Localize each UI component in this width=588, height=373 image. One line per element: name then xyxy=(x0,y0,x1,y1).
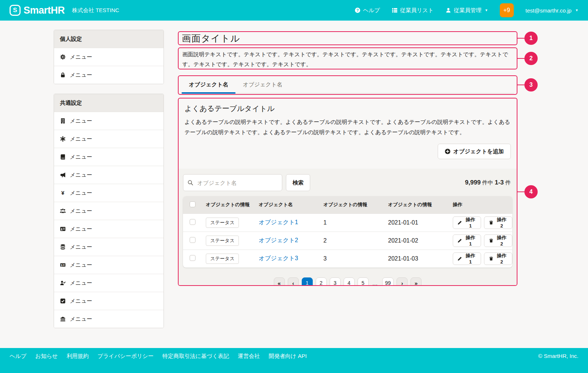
action-edit-button[interactable]: 操作1 xyxy=(453,216,481,229)
sidebar-item-label: メニュー xyxy=(70,154,92,161)
footer-links: ヘルプお知らせ利用規約プライバシーポリシー特定商取引法に基づく表記運営会社開発者… xyxy=(10,353,307,360)
row-checkbox[interactable] xyxy=(190,237,196,243)
sidebar-item-menu[interactable]: メニュー xyxy=(54,66,164,84)
sidebar-section-title: 個人設定 xyxy=(54,30,164,48)
row-checkbox[interactable] xyxy=(190,219,196,225)
pagination-ellipsis: … xyxy=(372,280,379,286)
sidebar-item-label: メニュー xyxy=(70,280,92,287)
sidebar-item-menu[interactable]: $メニュー xyxy=(54,256,164,274)
help-icon: ? xyxy=(355,7,361,13)
object-link[interactable]: オブジェクト2 xyxy=(259,237,298,243)
object-table: オブジェクトの情報オブジェクト名オブジェクトの情報オブジェクトの情報操作 ステー… xyxy=(183,196,512,268)
sidebar-item-label: メニュー xyxy=(70,208,92,215)
add-object-button-label: オブジェクトを追加 xyxy=(453,148,504,155)
footer-link[interactable]: 開発者向け API xyxy=(269,353,307,360)
pagination: «‹12345…99›» xyxy=(183,277,512,286)
pagination-nav-prev-button[interactable]: ‹ xyxy=(288,277,299,286)
add-object-button[interactable]: オブジェクトを追加 xyxy=(438,144,511,159)
pagination-page-3[interactable]: 3 xyxy=(330,277,341,286)
sidebar-item-label: メニュー xyxy=(70,172,92,179)
megaphone-icon xyxy=(60,172,66,178)
smarthr-logo[interactable]: S SmartHR xyxy=(10,5,65,16)
footer-link[interactable]: プライバシーポリシー xyxy=(97,353,154,360)
header-left: S SmartHR 株式会社 TESTINC xyxy=(10,5,119,16)
sidebar-item-menu[interactable]: メニュー xyxy=(54,48,164,66)
sidebar-item-label: メニュー xyxy=(70,262,92,269)
tab-object-2[interactable]: オブジェクト名 xyxy=(236,81,290,93)
object-link[interactable]: オブジェクト3 xyxy=(259,255,298,261)
footer-link[interactable]: 利用規約 xyxy=(67,353,89,360)
pagination-page-1[interactable]: 1 xyxy=(302,277,313,286)
result-count: 9,999 件中 1-3 件 xyxy=(465,179,512,186)
search-button[interactable]: 検索 xyxy=(286,174,310,191)
footer-link[interactable]: 運営会社 xyxy=(238,353,260,360)
sidebar-item-menu[interactable]: メニュー xyxy=(54,112,164,130)
action-edit-button[interactable]: 操作1 xyxy=(453,234,481,247)
sidebar-item-menu[interactable]: メニュー xyxy=(54,274,164,292)
search-input[interactable] xyxy=(183,174,282,191)
sidebar-item-menu[interactable]: メニュー xyxy=(54,238,164,256)
annotation-connector xyxy=(517,58,525,59)
page-title-block: 画面タイトル xyxy=(178,31,517,45)
sidebar-item-menu[interactable]: メニュー xyxy=(54,202,164,220)
user-check-icon xyxy=(60,280,66,286)
pagination-page-2[interactable]: 2 xyxy=(316,277,327,286)
sidebar-item-label: メニュー xyxy=(70,136,92,143)
action-delete-button-label: 操作2 xyxy=(496,234,508,247)
account-email: test@smarthr.co.jp xyxy=(526,7,571,14)
nav-help[interactable]: ?ヘルプ xyxy=(355,7,380,14)
pagination-nav-first-button[interactable]: « xyxy=(274,277,285,286)
footer-link[interactable]: お知らせ xyxy=(35,353,58,360)
footer-link[interactable]: ヘルプ xyxy=(10,353,26,360)
book-icon xyxy=(60,154,66,160)
sidebar-section-title: 共通設定 xyxy=(54,94,164,112)
search-row: 検索 9,999 件中 1-3 件 xyxy=(183,174,512,191)
sidebar-item-menu[interactable]: メニュー xyxy=(54,130,164,148)
trash-icon xyxy=(489,256,494,261)
footer-link[interactable]: 特定商取引法に基づく表記 xyxy=(162,353,229,360)
column-header: オブジェクト名 xyxy=(255,196,320,214)
action-edit-button[interactable]: 操作1 xyxy=(453,252,481,265)
sidebar-item-menu[interactable]: メニュー xyxy=(54,310,164,328)
status-badge: ステータス xyxy=(206,218,239,228)
pagination-nav-next-button[interactable]: › xyxy=(397,277,408,286)
action-delete-button[interactable]: 操作2 xyxy=(484,216,512,229)
gear-icon xyxy=(60,54,66,60)
table-description: よくあるテーブルの説明テキストです。よくあるテーブルの説明テキストです。よくある… xyxy=(184,117,511,137)
svg-text:$: $ xyxy=(61,264,62,267)
lock-icon xyxy=(60,72,66,78)
sidebar-item-menu[interactable]: メニュー xyxy=(54,292,164,310)
notification-badge[interactable]: +9 xyxy=(500,3,514,17)
page-description-block: 画面説明テキストです。テキストです。テキストです。テキストです。テキストです。テ… xyxy=(178,47,517,69)
search-icon xyxy=(187,180,193,186)
sidebar-item-menu[interactable]: メニュー xyxy=(54,148,164,166)
row-checkbox[interactable] xyxy=(190,255,196,261)
account-menu[interactable]: test@smarthr.co.jp ▼ xyxy=(526,7,578,14)
nav-employee-list[interactable]: 従業員リスト xyxy=(392,7,434,14)
column-header: 操作 xyxy=(449,196,512,214)
sidebar-item-menu[interactable]: メニュー xyxy=(54,220,164,238)
sidebar-item-menu[interactable]: ¥メニュー xyxy=(54,184,164,202)
svg-text:?: ? xyxy=(356,8,359,12)
action-edit-button-label: 操作1 xyxy=(465,252,476,265)
sidebar-item-label: メニュー xyxy=(70,316,92,323)
smarthr-logo-icon: S xyxy=(10,5,21,16)
pagination-page-5[interactable]: 5 xyxy=(358,277,369,286)
count-unit-end: 件 xyxy=(505,179,511,186)
smarthr-app-page: S SmartHR 株式会社 TESTINC ?ヘルプ従業員リスト従業員管理▼ … xyxy=(0,0,588,373)
nav-employee-admin[interactable]: 従業員管理▼ xyxy=(445,7,488,14)
action-delete-button-label: 操作2 xyxy=(496,252,508,265)
tab-object-1[interactable]: オブジェクト名 xyxy=(182,81,236,93)
tab-bar: オブジェクト名オブジェクト名 xyxy=(182,81,514,94)
action-delete-button[interactable]: 操作2 xyxy=(484,234,512,247)
pagination-page-99[interactable]: 99 xyxy=(382,277,394,286)
chevron-down-icon: ▼ xyxy=(575,8,578,12)
select-all-checkbox[interactable] xyxy=(190,201,196,207)
column-header: オブジェクトの情報 xyxy=(320,196,384,214)
annotation-marker-4: 4 xyxy=(524,185,538,198)
object-link[interactable]: オブジェクト1 xyxy=(259,219,298,225)
sidebar-item-menu[interactable]: メニュー xyxy=(54,166,164,184)
pagination-page-4[interactable]: 4 xyxy=(344,277,355,286)
action-delete-button[interactable]: 操作2 xyxy=(484,252,512,265)
pagination-nav-last-button[interactable]: » xyxy=(410,277,422,286)
